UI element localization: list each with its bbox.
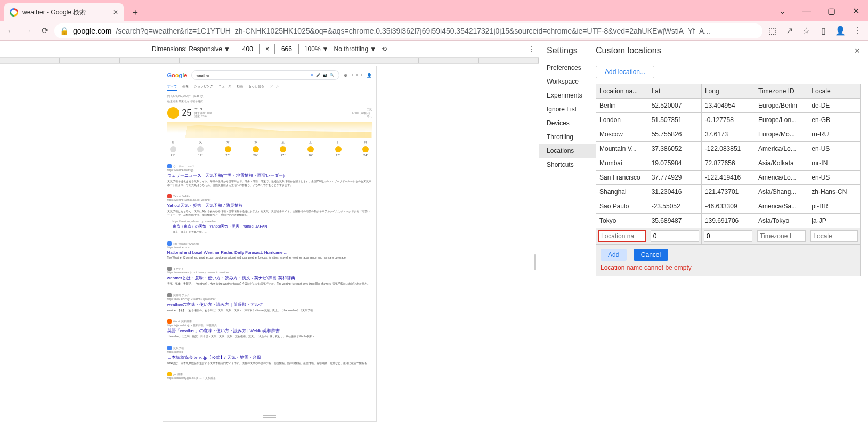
maximize-icon[interactable]: ▢ [819,0,843,21]
location-label: 検索結果 関東地方 地域を選択 [167,100,372,103]
search-tab[interactable]: すべて [167,84,177,91]
table-row[interactable]: London51.507351-0.127758Europe/Lon...en-… [596,113,861,127]
ruler [0,58,539,64]
search-tab[interactable]: ショッピング [194,84,213,91]
side-panel-icon[interactable]: ▯ [816,23,831,38]
new-location-row [596,228,861,245]
search-result[interactable]: 英ナビ！https://www.ei-navi.jp › dictionary … [167,267,372,286]
profile-icon[interactable]: 👤 [833,23,848,38]
close-settings-icon[interactable]: ✕ [854,46,861,55]
sun-icon [167,107,179,119]
star-icon[interactable]: ☆ [799,23,814,38]
device-toolbar-menu-icon[interactable]: ⋮ [528,45,534,53]
search-result[interactable]: The Weather Channelhttps://weather.comNa… [167,241,372,260]
col-name: Location na... [596,84,648,99]
new-tab-button[interactable]: ＋ [128,5,143,20]
url-field[interactable]: 🔒 google.com/search?q=weather&rlz=1C1YTU… [54,23,762,38]
rotate-icon[interactable]: ⟲ [382,45,387,53]
search-query: weather [196,74,209,77]
sidebar-item-locations[interactable]: Locations [539,144,596,158]
new-location-lon-input[interactable] [704,230,752,242]
share-icon[interactable]: ↗ [782,23,797,38]
avatar[interactable]: 👤 [367,73,372,78]
col-tz: Timezone ID [755,84,808,99]
weather-chart[interactable] [167,122,372,138]
new-location-tz-input[interactable] [757,230,806,242]
new-location-lat-input[interactable] [651,230,699,242]
sidebar-item-throttling[interactable]: Throttling [539,130,596,144]
table-row[interactable]: Tokyo35.689487139.691706Asia/Tokyoja-JP [596,214,861,228]
search-tab[interactable]: 動画 [237,84,243,91]
emulated-viewport[interactable]: Google weather ✕🎤📷🔍 ⚙⋮⋮⋮👤 すべて画像ショッピングニュー… [163,66,376,421]
mic-icon[interactable]: 🎤 [316,73,321,77]
device-emulation-pane: Dimensions: Responsive ▼ × 100% ▼ No thr… [0,41,539,444]
google-favicon [10,8,18,17]
dimensions-dropdown[interactable]: Dimensions: Responsive ▼ [152,45,230,53]
devtools-settings-panel: Settings PreferencesWorkspaceExperiments… [539,41,868,444]
search-result[interactable]: ウェザーニュースhttps://weathernews.jpウェザーニュース -… [167,164,372,187]
minimize-icon[interactable]: — [794,0,819,21]
panel-title: Custom locations [596,46,661,55]
url-path: /search?q=weather&rlz=1C1YTUH_zh-CNHK102… [116,27,710,35]
sidebar-item-shortcuts[interactable]: Shortcuts [539,158,596,172]
action-row: Add Cancel Location name cannot be empty [596,245,861,276]
new-location-name-input[interactable] [598,230,646,242]
settings-sidebar: Settings PreferencesWorkspaceExperiments… [539,41,596,444]
col-lat: Lat [648,84,701,99]
height-input[interactable] [274,44,299,54]
cancel-button[interactable]: Cancel [634,249,668,261]
sidebar-item-devices[interactable]: Devices [539,116,596,130]
sidebar-item-experiments[interactable]: Experiments [539,88,596,102]
apps-icon[interactable]: ⋮⋮⋮ [351,73,363,78]
throttling-dropdown[interactable]: No throttling ▼ [334,45,376,53]
translate-icon[interactable]: ⬚ [765,23,780,38]
browser-tab[interactable]: weather - Google 検索 ✕ [4,3,124,21]
forward-icon[interactable]: → [20,23,35,38]
table-row[interactable]: Moscow55.75582637.6173Europe/Mo...ru-RU [596,127,861,142]
search-result[interactable]: Yahoo! JAPANhttps://weather.yahoo.co.jp … [167,194,372,234]
chevron-down-icon[interactable]: ⌄ [770,0,794,21]
search-result[interactable]: goo辞書https://dictionary.goo.ne.jp › ... … [167,372,372,380]
add-location-button[interactable]: Add location... [596,66,654,78]
gear-icon[interactable]: ⚙ [344,73,347,78]
search-result[interactable]: Weblio英和辞書https://ejje.weblio.jp › 英和辞典・… [167,319,372,338]
search-input[interactable]: weather ✕🎤📷🔍 [191,70,339,80]
reload-icon[interactable]: ⟳ [37,23,52,38]
result-stats: 約 4,870,000,000 件 （0.38 秒） [167,94,372,98]
search-tabs: すべて画像ショッピングニュース動画もっと見るツール [167,84,372,91]
search-tab[interactable]: ニュース [218,84,231,91]
sidebar-item-ignore-list[interactable]: Ignore List [539,102,596,116]
search-tab[interactable]: もっと見る [248,84,264,91]
search-icon[interactable]: 🔍 [330,73,335,77]
close-tab-icon[interactable]: ✕ [113,9,118,16]
width-input[interactable] [236,44,260,54]
dimension-separator: × [265,45,269,53]
table-row[interactable]: Shanghai31.230416121.473701Asia/Shang...… [596,185,861,199]
search-result[interactable]: 気象予報https://tenki.jp日本気象協会 tenki.jp【公式】/… [167,346,372,365]
table-row[interactable]: Mountain V...37.386052-122.083851America… [596,142,861,156]
url-host: google.com [73,27,111,35]
col-locale: Locale [808,84,861,99]
clear-icon[interactable]: ✕ [311,73,314,77]
viewport-resize-handle[interactable] [534,254,536,270]
locations-table: Berlin52.52000713.404954Europe/Berlinde-… [596,84,861,245]
table-row[interactable]: Berlin52.52000713.404954Europe/Berlinde-… [596,99,861,113]
camera-icon[interactable]: 📷 [323,73,328,77]
zoom-dropdown[interactable]: 100% ▼ [304,45,329,53]
search-result[interactable]: 英辞郎 アルクhttps://eow.alc.co.jp › search › … [167,293,372,312]
sidebar-item-preferences[interactable]: Preferences [539,61,596,75]
browser-menu-icon[interactable]: ⋮ [850,23,865,38]
google-logo[interactable]: Google [167,72,188,78]
search-tab[interactable]: 画像 [182,84,189,91]
add-button[interactable]: Add [601,249,627,261]
search-tab[interactable]: ツール [270,84,279,91]
table-row[interactable]: São Paulo-23.55052-46.633309America/Sa..… [596,199,861,214]
back-icon[interactable]: ← [3,23,18,38]
close-window-icon[interactable]: ✕ [843,0,868,21]
table-row[interactable]: San Francisco37.774929-122.419416America… [596,171,861,185]
browser-tab-strip: weather - Google 検索 ✕ ＋ ⌄ — ▢ ✕ [0,0,868,21]
sidebar-item-workspace[interactable]: Workspace [539,75,596,88]
table-row[interactable]: Mumbai19.07598472.877656Asia/Kolkatamr-I… [596,156,861,171]
new-location-locale-input[interactable] [810,230,858,242]
table-header-row: Location na... Lat Long Timezone ID Loca… [596,84,861,99]
